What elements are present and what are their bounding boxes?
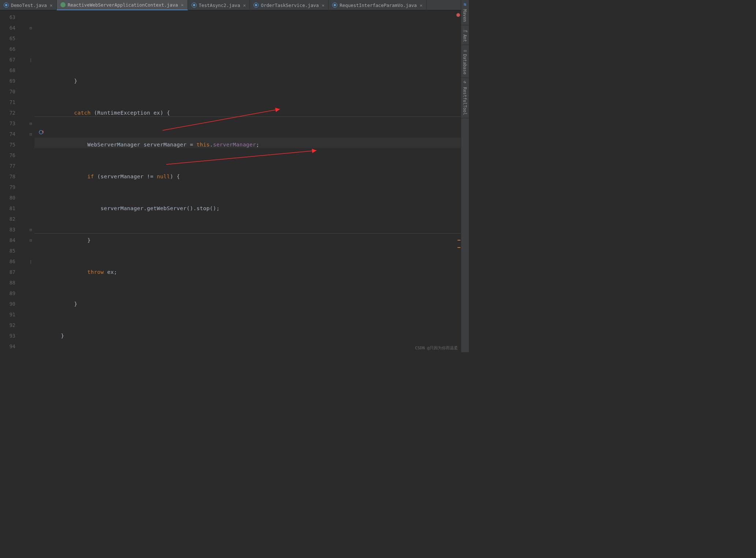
fold-toggle [27,341,34,352]
line-number: 91 [0,309,15,320]
tab-requestvo[interactable]: RequestInterfaceParamVo.java× [329,0,427,10]
ant-icon: 🐜 [463,28,467,33]
java-file-icon [4,3,9,8]
annotation-arrow-icon [163,148,320,170]
fold-toggle [27,161,34,171]
close-icon[interactable]: × [181,2,184,8]
line-number: 77 [0,161,15,171]
fold-toggle[interactable]: | [27,256,34,267]
tab-label: OrderTaskService.java [261,3,319,8]
line-number: 78 [0,171,15,182]
fold-toggle [27,150,34,161]
code-line: throw ex; [34,267,469,278]
line-number: 80 [0,193,15,203]
fold-toggle [27,108,34,118]
fold-toggle [27,76,34,86]
close-icon[interactable]: × [243,3,246,8]
line-number: 92 [0,320,15,331]
line-number: 93 [0,331,15,341]
fold-toggle[interactable]: ⊟ [27,129,34,140]
code-line: } [34,235,469,246]
fold-toggle [27,86,34,97]
fold-toggle [27,309,34,320]
watermark-text: CSDN @只因为你而温柔 [415,345,458,351]
close-icon[interactable]: × [420,3,423,8]
scroll-marker[interactable] [457,240,460,241]
line-number: 63 [0,12,15,23]
line-number: 66 [0,44,15,55]
maven-icon: m [463,3,467,7]
line-number: 75 [0,140,15,150]
code-line: } [34,299,469,309]
editor-tabs: DemoTest.java× ReactiveWebServerApplicat… [0,0,469,10]
fold-toggle [27,299,34,309]
code-line: WebServerManager serverManager = this.se… [34,140,469,150]
line-number: 87 [0,267,15,278]
tool-maven[interactable]: mMaven [461,0,468,25]
code-content[interactable]: } catch (RuntimeException ex) { WebServe… [34,10,469,351]
line-number: 90 [0,299,15,309]
fold-toggle [27,140,34,150]
line-number: 85 [0,246,15,256]
restful-icon: ↺ [463,81,467,85]
line-number: 67 [0,55,15,65]
scroll-marker[interactable] [457,247,460,248]
gutter-icons [19,10,27,351]
line-number: 86 [0,256,15,267]
java-file-icon [192,3,197,8]
fold-toggle[interactable]: ⊟ [27,235,34,246]
line-number: 73 [0,118,15,129]
svg-line-2 [166,150,316,164]
tool-restful[interactable]: ↺RestfulTool [461,78,468,118]
right-tool-bar: mMaven 🐜Ant ▭Database ↺RestfulTool [461,0,469,352]
line-number-gutter: 6364656667686970717273747576777879808182… [0,10,19,351]
line-number: 82 [0,214,15,224]
tab-reactive-context[interactable]: ReactiveWebServerApplicationContext.java… [57,0,188,10]
close-icon[interactable]: × [50,3,53,8]
tab-demotest[interactable]: DemoTest.java× [0,0,57,10]
code-line: } [34,76,469,86]
method-separator [34,116,469,117]
fold-toggle [27,246,34,256]
fold-toggle[interactable]: ⊟ [27,118,34,129]
fold-column: ⊟|⊟⊟⊟⊟| [27,10,34,351]
tab-label: TestAsync2.java [199,3,240,8]
line-number: 70 [0,86,15,97]
code-line: serverManager.getWebServer().stop(); [34,203,469,214]
code-line: } [34,331,469,341]
fold-toggle [27,331,34,341]
fold-toggle[interactable]: | [27,55,34,65]
error-indicator-icon[interactable] [456,13,460,17]
close-icon[interactable]: × [322,3,325,8]
fold-toggle [27,288,34,299]
editor-area[interactable]: 6364656667686970717273747576777879808182… [0,10,469,351]
line-number: 89 [0,288,15,299]
line-number: 71 [0,97,15,108]
line-number: 76 [0,150,15,161]
line-number: 65 [0,33,15,44]
line-number: 84 [0,235,15,246]
tab-ordertask[interactable]: OrderTaskService.java× [250,0,329,10]
fold-toggle [27,267,34,278]
fold-toggle [27,171,34,182]
tab-label: ReactiveWebServerApplicationContext.java [68,2,178,8]
line-number: 74 [0,129,15,140]
code-line: if (serverManager != null) { [34,171,469,182]
tool-database[interactable]: ▭Database [461,45,468,78]
line-number: 94 [0,341,15,352]
java-file-icon [253,3,259,8]
fold-toggle [27,65,34,76]
line-number: 79 [0,182,15,193]
tool-ant[interactable]: 🐜Ant [461,25,468,45]
line-number: 81 [0,203,15,214]
fold-toggle [27,44,34,55]
class-file-icon [60,2,66,7]
fold-toggle[interactable]: ⊟ [27,224,34,235]
fold-toggle [27,320,34,331]
java-file-icon [332,3,337,8]
fold-toggle[interactable]: ⊟ [27,23,34,33]
tab-label: RequestInterfaceParamVo.java [340,3,417,8]
line-number: 68 [0,65,15,76]
tab-testasync2[interactable]: TestAsync2.java× [188,0,250,10]
fold-toggle [27,278,34,288]
